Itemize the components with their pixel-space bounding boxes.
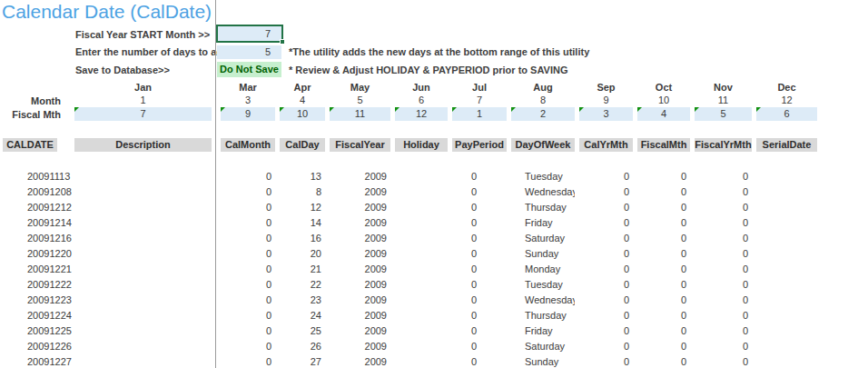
cell-payperiod[interactable]: 0 bbox=[452, 354, 507, 368]
cell-calday[interactable]: 13 bbox=[280, 169, 325, 184]
cell-caldate[interactable]: 20091113 bbox=[0, 169, 82, 184]
cell-calmonth[interactable]: 0 bbox=[221, 323, 275, 339]
cell-dayofweek[interactable]: Thursday bbox=[511, 308, 575, 323]
cell-fiscalmth[interactable]: 0 bbox=[637, 293, 690, 308]
cell-calyrmth[interactable]: 0 bbox=[579, 215, 633, 231]
cell-dayofweek[interactable]: Sunday bbox=[511, 246, 575, 262]
fiscal-month-cell[interactable]: 5 bbox=[695, 107, 752, 121]
column-header-description[interactable]: Description bbox=[74, 138, 212, 152]
cell-calyrmth[interactable]: 0 bbox=[579, 231, 633, 246]
cell-fiscalyear[interactable]: 2009 bbox=[330, 354, 390, 368]
fiscal-month-cell[interactable]: 6 bbox=[756, 107, 817, 121]
cell-dayofweek[interactable]: Saturday bbox=[511, 231, 575, 246]
cell-payperiod[interactable]: 0 bbox=[452, 231, 507, 246]
cell-dayofweek[interactable]: Thursday bbox=[511, 200, 575, 215]
cell-calyrmth[interactable]: 0 bbox=[579, 169, 633, 184]
cell-dayofweek[interactable]: Wednesday bbox=[511, 184, 575, 200]
cell-caldate[interactable]: 20091221 bbox=[0, 262, 82, 277]
cell-fiscalyrmth[interactable]: 0 bbox=[695, 231, 752, 246]
fiscal-month-cell[interactable]: 9 bbox=[221, 107, 275, 121]
column-header-calmonth[interactable]: CalMonth bbox=[221, 138, 275, 152]
cell-fiscalmth[interactable]: 0 bbox=[637, 200, 690, 215]
cell-fiscalyear[interactable]: 2009 bbox=[330, 184, 390, 200]
cell-calday[interactable]: 8 bbox=[280, 184, 325, 200]
cell-calmonth[interactable]: 0 bbox=[221, 339, 275, 354]
cell-calday[interactable]: 27 bbox=[280, 354, 325, 368]
cell-caldate[interactable]: 20091216 bbox=[0, 231, 82, 246]
cell-dayofweek[interactable]: Friday bbox=[511, 323, 575, 339]
fiscal-month-cell[interactable]: 7 bbox=[74, 107, 212, 121]
cell-payperiod[interactable]: 0 bbox=[452, 293, 507, 308]
cell-calday[interactable]: 26 bbox=[280, 339, 325, 354]
cell-fiscalmth[interactable]: 0 bbox=[637, 277, 690, 293]
cell-fiscalyear[interactable]: 2009 bbox=[330, 200, 390, 215]
cell-calday[interactable]: 12 bbox=[280, 200, 325, 215]
cell-fiscalmth[interactable]: 0 bbox=[637, 339, 690, 354]
cell-fiscalyear[interactable]: 2009 bbox=[330, 262, 390, 277]
cell-fiscalyear[interactable]: 2009 bbox=[330, 215, 390, 231]
cell-calyrmth[interactable]: 0 bbox=[579, 277, 633, 293]
cell-dayofweek[interactable]: Friday bbox=[511, 215, 575, 231]
column-header-dayofweek[interactable]: DayOfWeek bbox=[511, 138, 575, 152]
cell-fiscalyear[interactable]: 2009 bbox=[330, 308, 390, 323]
cell-dayofweek[interactable]: Tuesday bbox=[511, 277, 575, 293]
cell-calmonth[interactable]: 0 bbox=[221, 246, 275, 262]
cell-caldate[interactable]: 20091226 bbox=[0, 339, 82, 354]
cell-caldate[interactable]: 20091223 bbox=[0, 293, 82, 308]
cell-fiscalyrmth[interactable]: 0 bbox=[695, 293, 752, 308]
column-header-serialdate[interactable]: SerialDate bbox=[756, 138, 817, 152]
cell-fiscalyrmth[interactable]: 0 bbox=[695, 169, 752, 184]
cell-calday[interactable]: 20 bbox=[280, 246, 325, 262]
cell-fiscalyear[interactable]: 2009 bbox=[330, 339, 390, 354]
cell-fiscalyrmth[interactable]: 0 bbox=[695, 200, 752, 215]
cell-calday[interactable]: 14 bbox=[280, 215, 325, 231]
cell-fiscalyrmth[interactable]: 0 bbox=[695, 184, 752, 200]
column-header-payperiod[interactable]: PayPeriod bbox=[452, 138, 507, 152]
fill-handle[interactable] bbox=[280, 39, 285, 45]
cell-caldate[interactable]: 20091214 bbox=[0, 215, 82, 231]
cell-calyrmth[interactable]: 0 bbox=[579, 293, 633, 308]
cell-payperiod[interactable]: 0 bbox=[452, 215, 507, 231]
cell-fiscalmth[interactable]: 0 bbox=[637, 262, 690, 277]
fiscal-month-cell[interactable]: 12 bbox=[395, 107, 448, 121]
cell-calday[interactable]: 23 bbox=[280, 293, 325, 308]
cell-fiscalyear[interactable]: 2009 bbox=[330, 246, 390, 262]
cell-calmonth[interactable]: 0 bbox=[221, 215, 275, 231]
cell-fiscalyrmth[interactable]: 0 bbox=[695, 339, 752, 354]
cell-fiscalmth[interactable]: 0 bbox=[637, 323, 690, 339]
cell-fiscalyear[interactable]: 2009 bbox=[330, 231, 390, 246]
cell-fiscalmth[interactable]: 0 bbox=[637, 246, 690, 262]
cell-calmonth[interactable]: 0 bbox=[221, 354, 275, 368]
cell-fiscalyrmth[interactable]: 0 bbox=[695, 262, 752, 277]
cell-fiscalyrmth[interactable]: 0 bbox=[695, 354, 752, 368]
column-header-calday[interactable]: CalDay bbox=[280, 138, 325, 152]
cell-fiscalyrmth[interactable]: 0 bbox=[695, 246, 752, 262]
fiscal-month-cell[interactable]: 4 bbox=[637, 107, 690, 121]
cell-caldate[interactable]: 20091208 bbox=[0, 184, 82, 200]
cell-dayofweek[interactable]: Saturday bbox=[511, 339, 575, 354]
cell-payperiod[interactable]: 0 bbox=[452, 184, 507, 200]
cell-payperiod[interactable]: 0 bbox=[452, 323, 507, 339]
cell-fiscalmth[interactable]: 0 bbox=[637, 231, 690, 246]
cell-fiscalmth[interactable]: 0 bbox=[637, 215, 690, 231]
cell-calmonth[interactable]: 0 bbox=[221, 200, 275, 215]
cell-calmonth[interactable]: 0 bbox=[221, 293, 275, 308]
cell-calyrmth[interactable]: 0 bbox=[579, 354, 633, 368]
cell-payperiod[interactable]: 0 bbox=[452, 277, 507, 293]
days-to-add-cell[interactable]: 5 bbox=[217, 45, 281, 59]
cell-calyrmth[interactable]: 0 bbox=[579, 262, 633, 277]
cell-fiscalyear[interactable]: 2009 bbox=[330, 293, 390, 308]
cell-fiscalyrmth[interactable]: 0 bbox=[695, 215, 752, 231]
cell-fiscalmth[interactable]: 0 bbox=[637, 169, 690, 184]
cell-fiscalyrmth[interactable]: 0 bbox=[695, 308, 752, 323]
fiscal-month-cell[interactable]: 10 bbox=[280, 107, 325, 121]
cell-calmonth[interactable]: 0 bbox=[221, 169, 275, 184]
cell-fiscalyear[interactable]: 2009 bbox=[330, 169, 390, 184]
cell-caldate[interactable]: 20091220 bbox=[0, 246, 82, 262]
cell-caldate[interactable]: 20091222 bbox=[0, 277, 82, 293]
column-header-holiday[interactable]: Holiday bbox=[395, 138, 448, 152]
cell-calday[interactable]: 25 bbox=[280, 323, 325, 339]
cell-fiscalmth[interactable]: 0 bbox=[637, 354, 690, 368]
cell-calyrmth[interactable]: 0 bbox=[579, 246, 633, 262]
save-to-database-cell[interactable]: Do Not Save bbox=[217, 62, 281, 77]
